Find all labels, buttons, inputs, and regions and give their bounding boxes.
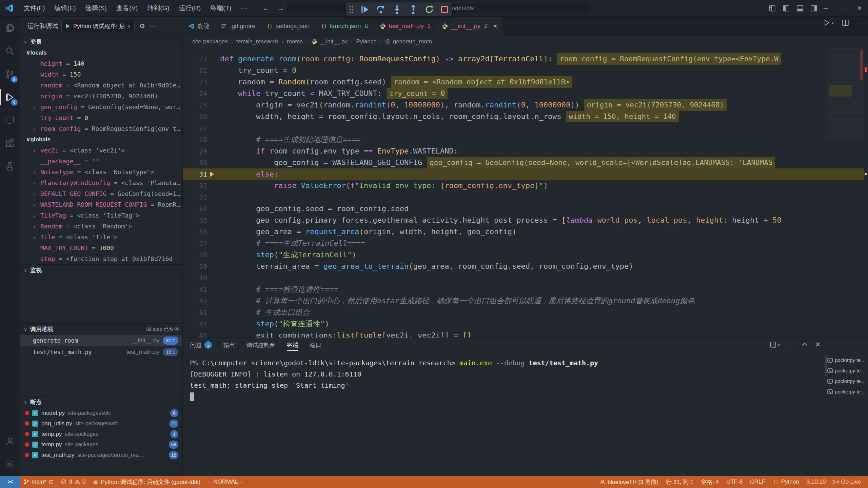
watch-section-header[interactable]: ∨ 监视 xyxy=(20,264,182,276)
breakpoint-checkbox[interactable]: ✓ xyxy=(32,421,38,427)
breakpoint-row[interactable]: ✓temp.pysite-packages58 xyxy=(20,439,182,450)
activity-run-debug-icon[interactable]: 1 xyxy=(0,86,20,109)
terminal-list-item[interactable]: pocketpy te… xyxy=(827,386,868,397)
statusbar-debug-session[interactable]: Python 调试程序: 启动文件 (godot-ldtk) xyxy=(89,476,204,488)
toggle-sidebar-icon[interactable] xyxy=(783,5,789,12)
terminal-output[interactable]: PS C:\computer_science\godot-ldtk\site-p… xyxy=(190,358,827,476)
variables-scope-locals[interactable]: ∨locals xyxy=(20,47,182,58)
statusbar-git-branch[interactable]: main* xyxy=(20,476,57,488)
close-panel-icon[interactable]: ✕ xyxy=(815,341,821,348)
start-debug-icon[interactable] xyxy=(65,23,71,29)
breakpoint-row[interactable]: ✓temp.pysite-packages1 xyxy=(20,429,182,439)
remote-indicator[interactable]: >< xyxy=(0,476,20,488)
split-editor-icon[interactable] xyxy=(842,20,849,26)
step-over-button[interactable] xyxy=(376,5,386,14)
menu-文件F[interactable]: 文件(F) xyxy=(19,2,50,14)
activity-testing-icon[interactable] xyxy=(0,155,20,178)
code-line-28[interactable]: 28 # ====生成初始地理信息==== xyxy=(183,134,868,145)
run-dropdown-chevron-icon[interactable]: ∨ xyxy=(831,20,834,25)
variable-row[interactable]: origin = vec2i(7205730, 9024468) xyxy=(20,91,182,102)
code-line-34[interactable]: 34 geo_config.seed = room_config.seed xyxy=(183,203,868,215)
editor-more-actions-icon[interactable]: ··· xyxy=(857,19,863,26)
code-line-37[interactable]: 37 # ====生成TerrainCell==== xyxy=(183,238,868,249)
variable-row[interactable]: try_count = 0 xyxy=(20,113,182,123)
code-editor[interactable]: 21def generate_room(room_config: RoomReq… xyxy=(183,47,868,338)
debug-settings-gear-icon[interactable]: ⚙ xyxy=(139,22,145,30)
variables-scope-globals[interactable]: ∨globals xyxy=(20,134,182,145)
stop-button[interactable] xyxy=(440,5,449,14)
terminal-list-item[interactable]: pocketpy te… xyxy=(827,355,868,365)
menu-编辑E[interactable]: 编辑(E) xyxy=(50,2,80,14)
breadcrumb-item[interactable]: __init__.py xyxy=(311,38,348,45)
breadcrumb-item[interactable]: site-packages xyxy=(192,38,228,45)
toggle-secondary-sidebar-icon[interactable] xyxy=(811,5,817,12)
panel-tab-调试控制台[interactable]: 调试控制台 xyxy=(246,338,275,352)
maximize-button[interactable]: □ xyxy=(834,0,851,17)
code-line-30[interactable]: 30 geo_config = WASTELAND_GEO_CONFIGgeo_… xyxy=(183,157,868,168)
variable-row[interactable]: ›DEFAULT_GEO_CONFIG = GeoConfig(seed=1… xyxy=(20,188,182,199)
statusbar-language[interactable]: {}Python xyxy=(769,476,803,488)
statusbar-encoding[interactable]: UTF-8 xyxy=(723,476,746,488)
terminal-list-scrollbar[interactable] xyxy=(825,355,827,376)
activity-extensions-icon[interactable] xyxy=(0,132,20,155)
code-line-23[interactable]: 23 random = Random(room_config.seed)rand… xyxy=(183,76,868,88)
terminal-list-item[interactable]: pocketpy te… xyxy=(827,376,868,386)
tab-settings.json[interactable]: {}settings.json xyxy=(261,17,315,36)
close-tab-icon[interactable]: ✕ xyxy=(493,23,497,29)
step-into-button[interactable] xyxy=(392,5,402,14)
statusbar-python-version[interactable]: 3.10.10 xyxy=(803,476,830,488)
activity-account-icon[interactable] xyxy=(0,430,20,453)
code-line-24[interactable]: 24 while try_count < MAX_TRY_COUNT:try_c… xyxy=(183,88,868,99)
code-line-31[interactable]: 31 else: xyxy=(183,168,868,180)
variable-row[interactable]: width = 150 xyxy=(20,69,182,80)
activity-remote-explorer-icon[interactable] xyxy=(0,109,20,132)
menu-查看V[interactable]: 查看(V) xyxy=(112,2,142,14)
variables-section-header[interactable]: ∨ 变量 xyxy=(20,36,182,47)
tab-test_math.py[interactable]: test_math.py1 xyxy=(374,17,436,36)
activity-explorer-icon[interactable] xyxy=(0,17,20,40)
code-line-26[interactable]: 26 width, height = room_config.layout.n_… xyxy=(183,111,868,122)
debug-config-dropdown[interactable]: Python 调试程序: 启 ∨ xyxy=(61,20,135,32)
panel-tab-输出[interactable]: 输出 xyxy=(223,338,235,352)
code-line-27[interactable]: 27 xyxy=(183,122,868,134)
code-line-39[interactable]: 39 terrain_area = geo_area_to_terrain(ge… xyxy=(183,261,868,272)
code-line-42[interactable]: 42 # 计算每一个出口的中心，然后使用astar生成路径，确保每一个出口组合都… xyxy=(183,295,868,307)
breakpoint-checkbox[interactable]: ✓ xyxy=(32,431,38,437)
menu-···[interactable]: ··· xyxy=(236,2,252,14)
drag-grip-icon[interactable] xyxy=(349,6,354,13)
code-line-40[interactable]: 40 xyxy=(183,272,868,284)
panel-tab-端口[interactable]: 端口 xyxy=(310,338,321,352)
breadcrumb-item[interactable]: generate_room xyxy=(385,38,432,45)
code-line-44[interactable]: 44 step("检查连通性") xyxy=(183,318,868,330)
activity-source-control-icon[interactable]: 3 xyxy=(0,63,20,86)
tab-欢迎[interactable]: 欢迎 xyxy=(183,17,215,36)
code-line-36[interactable]: 36 geo_area = request_area(origin, width… xyxy=(183,226,868,238)
breadcrumb-item[interactable]: rooms xyxy=(287,38,303,45)
breakpoint-row[interactable]: ✓png_utils.pysite-packages\wfc11 xyxy=(20,418,182,429)
code-line-21[interactable]: 21def generate_room(room_config: RoomReq… xyxy=(183,53,868,65)
breakpoint-checkbox[interactable]: ✓ xyxy=(32,452,38,458)
terminal-split-button[interactable]: ∨ xyxy=(770,342,780,348)
statusbar-indentation[interactable]: 空格: 4 xyxy=(697,476,723,488)
variable-row[interactable]: ›NoiseType = <class 'NoiseType'> xyxy=(20,167,182,178)
statusbar-gitlens-author[interactable]: blueloveTH (3 周前) xyxy=(596,476,662,488)
variable-row[interactable]: ›WASTELAND_ROOM_REQUEST_CONFIG = RoomR… xyxy=(20,199,182,210)
views-more-actions-icon[interactable]: ··· xyxy=(150,22,156,30)
callstack-section-header[interactable]: ∨ 调用堆栈 因 step 已暂停 xyxy=(20,323,182,335)
close-button[interactable]: ✕ xyxy=(851,0,868,17)
code-line-43[interactable]: 43 # 生成出口组合 xyxy=(183,307,868,318)
code-line-29[interactable]: 29 if room_config.env_type == EnvType.WA… xyxy=(183,145,868,157)
code-line-45[interactable]: 45 exit_combinations:list[tuple[vec2i, v… xyxy=(183,330,868,338)
breakpoint-row[interactable]: ✓model.pysite-packages\wfc6 xyxy=(20,408,182,418)
panel-more-actions-icon[interactable]: ··· xyxy=(788,341,794,348)
code-line-22[interactable]: 22 try_count = 0 xyxy=(183,65,868,76)
code-line-41[interactable]: 41 # ====检查连通性==== xyxy=(183,284,868,295)
code-line-25[interactable]: 25 origin = vec2i(random.randint(0, 1000… xyxy=(183,99,868,111)
variable-row[interactable]: __package__ = '' xyxy=(20,156,182,167)
variable-row[interactable]: random = <Random object at 0x1bf9d01e… xyxy=(20,80,182,91)
activity-settings-icon[interactable] xyxy=(0,453,20,476)
variable-row[interactable]: ›Random = <class 'Random'> xyxy=(20,221,182,232)
code-line-35[interactable]: 35 geo_config.primary_forces.geothermal_… xyxy=(183,215,868,226)
variable-row[interactable]: ›vec2i = <class 'vec2i'> xyxy=(20,145,182,156)
breakpoint-checkbox[interactable]: ✓ xyxy=(32,442,38,448)
